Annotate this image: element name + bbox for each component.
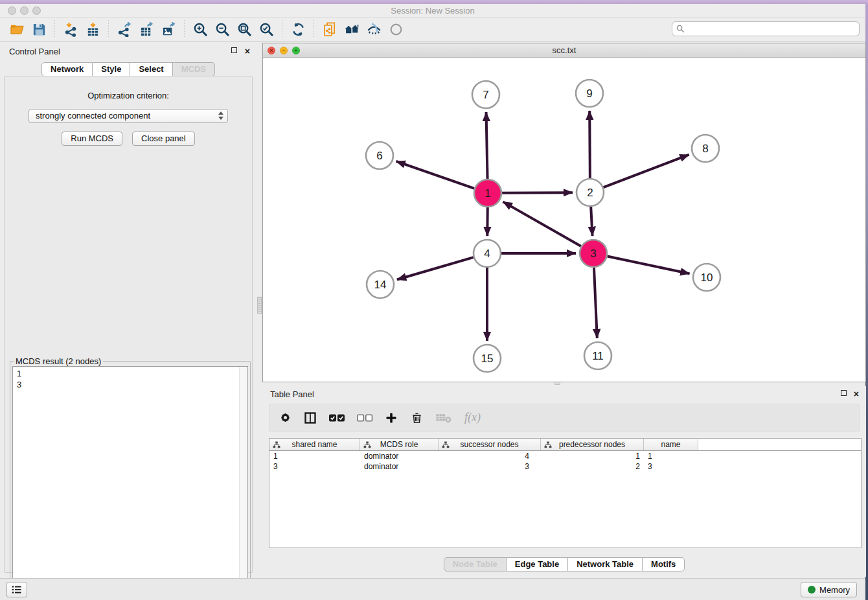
zoom-out-icon[interactable] (212, 19, 232, 39)
graph-edge-3-11[interactable] (594, 268, 597, 338)
add-column-icon[interactable] (383, 411, 399, 425)
tab-style[interactable]: Style (93, 62, 130, 76)
table-cell[interactable]: dominator (360, 451, 439, 461)
tab-motifs[interactable]: Motifs (643, 557, 685, 571)
column-header-name[interactable]: name (644, 439, 698, 450)
refresh-layout-icon[interactable] (288, 19, 308, 39)
show-panels-icon[interactable] (386, 19, 405, 39)
app-title: Session: New Session (0, 6, 865, 16)
close-panel-icon[interactable]: × (245, 48, 250, 54)
table-panel-title: Table Panel (270, 389, 314, 399)
deselect-all-columns-icon[interactable] (356, 411, 374, 425)
delete-table-icon (434, 411, 453, 425)
tab-network[interactable]: Network (41, 62, 93, 76)
settings-gear-icon[interactable] (277, 411, 293, 425)
import-network-icon[interactable] (61, 19, 80, 39)
task-history-button[interactable] (6, 582, 27, 597)
graph-node-label: 8 (702, 143, 708, 155)
export-network-icon[interactable] (115, 19, 134, 39)
list-icon (12, 585, 22, 594)
node-table[interactable]: shared nameMCDS rolesuccessor nodesprede… (269, 438, 862, 548)
zoom-in-icon[interactable] (190, 19, 210, 39)
search-input[interactable] (688, 25, 855, 34)
graph-node-label: 9 (586, 87, 592, 100)
table-cell[interactable]: 1 (644, 451, 698, 461)
export-table-icon[interactable] (137, 19, 156, 39)
node-table-body: 1dominator4113dominator323 (269, 451, 861, 472)
table-cell[interactable]: 4 (439, 451, 541, 461)
home-view-icon[interactable] (342, 19, 361, 39)
toolbar-separator (282, 20, 282, 38)
graph-edge-2-3[interactable] (591, 207, 592, 236)
mcds-result-fieldset: MCDS result (2 nodes) 13 (10, 356, 251, 597)
graph-node-label: 11 (592, 350, 604, 362)
graph-edge-4-14[interactable] (397, 257, 474, 279)
run-mcds-button[interactable]: Run MCDS (62, 132, 122, 146)
dropdown-stepper-icon (218, 111, 223, 120)
table-cell[interactable]: 2 (541, 461, 644, 472)
table-row[interactable]: 3dominator323 (269, 461, 861, 472)
control-panel-title: Control Panel (9, 47, 60, 56)
tab-network-table[interactable]: Network Table (568, 557, 643, 571)
graph-node-label: 10 (701, 271, 713, 284)
graph-edge-1-7[interactable] (486, 112, 488, 179)
close-panel-icon[interactable]: × (854, 391, 859, 397)
graph-node-label: 3 (590, 248, 596, 260)
graph-node-label: 2 (587, 187, 593, 199)
criterion-dropdown[interactable]: strongly connected component (29, 109, 228, 123)
tab-node-table[interactable]: Node Table (444, 557, 507, 571)
table-toolbar: f(x) (269, 404, 860, 432)
column-header-MCDS-role[interactable]: MCDS role (360, 439, 439, 450)
graph-edge-3-10[interactable] (608, 257, 690, 274)
toolbar-separator (54, 20, 55, 38)
save-session-icon[interactable] (29, 19, 49, 39)
result-scrollbar[interactable] (239, 367, 247, 594)
delete-column-icon[interactable] (409, 411, 424, 425)
float-panel-icon[interactable] (231, 47, 237, 53)
table-cell[interactable]: 1 (541, 451, 644, 461)
memory-button[interactable]: Memory (801, 582, 857, 597)
table-cell[interactable]: 3 (644, 461, 698, 472)
table-cell[interactable]: 3 (269, 461, 360, 472)
network-canvas[interactable]: 1234678910111415 (263, 58, 865, 382)
toolbar-separator (184, 20, 185, 38)
close-panel-button[interactable]: Close panel (132, 132, 195, 146)
column-layout-icon[interactable] (303, 411, 318, 425)
clone-network-icon[interactable] (320, 19, 339, 39)
control-panel: Control Panel × NetworkStyleSelectMCDS O… (0, 41, 257, 578)
hide-panels-icon[interactable] (364, 19, 383, 39)
table-row[interactable]: 1dominator411 (269, 451, 861, 461)
mcds-result-textarea[interactable]: 13 (12, 366, 248, 595)
tab-select[interactable]: Select (130, 62, 172, 76)
zoom-selected-icon[interactable] (257, 19, 276, 39)
graph-edge-2-9[interactable] (589, 111, 590, 178)
open-session-icon[interactable] (7, 19, 27, 39)
network-window-titlebar[interactable]: × − + scc.txt (263, 43, 865, 58)
zoom-fit-icon[interactable] (234, 19, 254, 39)
result-line: 3 (17, 379, 244, 390)
tab-edge-table[interactable]: Edge Table (507, 557, 568, 571)
select-all-columns-icon[interactable] (328, 411, 346, 425)
graph-edge-1-2[interactable] (502, 192, 573, 193)
app-titlebar: Session: New Session (0, 4, 865, 17)
export-image-icon[interactable] (159, 19, 178, 39)
table-cell[interactable]: 1 (269, 451, 360, 461)
control-panel-tabs: NetworkStyleSelectMCDS (0, 62, 257, 76)
import-table-icon[interactable] (83, 19, 102, 39)
column-header-successor-nodes[interactable]: successor nodes (439, 439, 541, 450)
function-builder-icon: f(x) (464, 411, 481, 424)
vertical-splitter-handle[interactable] (257, 297, 262, 314)
float-panel-icon[interactable] (841, 390, 847, 396)
graph-node-label: 7 (483, 89, 488, 101)
graph-edge-2-8[interactable] (604, 155, 689, 188)
graph-edge-3-1[interactable] (503, 202, 580, 246)
search-field[interactable] (672, 21, 860, 36)
column-header-shared-name[interactable]: shared name (269, 439, 360, 450)
table-cell[interactable]: dominator (360, 461, 439, 472)
tab-mcds[interactable]: MCDS (173, 62, 215, 76)
node-table-header: shared nameMCDS rolesuccessor nodesprede… (269, 439, 861, 451)
graph-edge-1-6[interactable] (396, 161, 475, 189)
criterion-value: strongly connected component (36, 111, 150, 121)
column-header-predecessor-nodes[interactable]: predecessor nodes (541, 439, 644, 450)
table-cell[interactable]: 3 (439, 461, 541, 472)
